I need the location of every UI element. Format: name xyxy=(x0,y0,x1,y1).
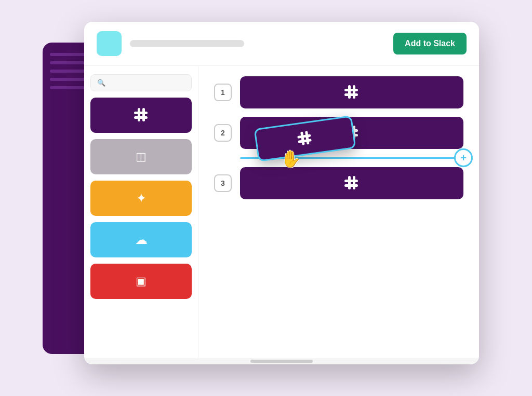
app-tile-browser[interactable]: ◫ xyxy=(90,139,192,174)
notification-icon: ▣ xyxy=(136,275,147,288)
drop-row-1: 1 xyxy=(214,76,463,108)
row-number-1: 1 xyxy=(214,84,232,101)
slack-hash-icon xyxy=(133,107,150,124)
title-bar-placeholder xyxy=(130,40,244,47)
content-area: 🔍 ◫ ✦ ☁ xyxy=(84,66,479,364)
browser-icon: ◫ xyxy=(136,150,147,163)
main-window: Add to Slack 🔍 xyxy=(84,22,479,364)
cloud-icon: ☁ xyxy=(135,233,148,247)
app-tile-notifications[interactable]: ▣ xyxy=(90,264,192,299)
app-tile-slack[interactable] xyxy=(90,98,192,133)
drag-cursor: ✋ xyxy=(281,149,301,169)
right-panel: 1 2 xyxy=(198,66,479,364)
slack-icon-row1 xyxy=(343,84,360,101)
scrollbar[interactable] xyxy=(84,358,479,364)
app-tile-git[interactable]: ✦ xyxy=(90,181,192,216)
drop-zone-1[interactable] xyxy=(240,76,463,108)
row-number-2: 2 xyxy=(214,124,232,142)
search-bar[interactable]: 🔍 xyxy=(90,74,192,91)
row-number-3: 3 xyxy=(214,174,232,192)
scrollbar-thumb xyxy=(250,360,313,363)
top-bar: Add to Slack xyxy=(84,22,479,66)
search-icon: 🔍 xyxy=(97,79,105,87)
drop-slot-row: + xyxy=(214,157,463,159)
drop-slot-plus-icon[interactable]: + xyxy=(454,148,473,167)
avatar xyxy=(97,31,122,56)
slack-icon-dragged xyxy=(296,129,314,147)
git-icon: ✦ xyxy=(136,191,147,206)
left-panel: 🔍 ◫ ✦ ☁ xyxy=(84,66,198,364)
drop-row-3: 3 xyxy=(214,167,463,199)
slack-icon-row3 xyxy=(343,175,360,192)
scene: Add to Slack 🔍 xyxy=(43,22,489,375)
app-tile-cloud[interactable]: ☁ xyxy=(90,222,192,257)
drop-zone-3[interactable] xyxy=(240,167,463,199)
add-to-slack-button[interactable]: Add to Slack xyxy=(393,33,467,54)
